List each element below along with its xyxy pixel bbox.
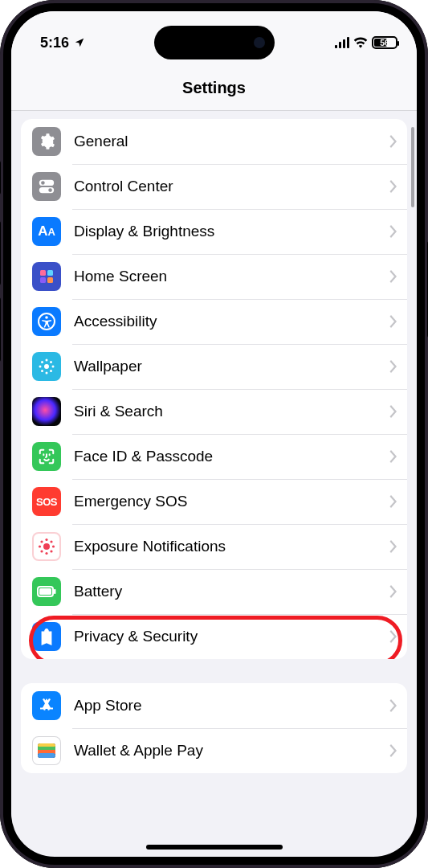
svg-point-12 [46, 372, 48, 375]
privacy-icon [32, 622, 61, 651]
svg-point-22 [39, 545, 41, 547]
gear-icon [32, 127, 61, 156]
settings-group-store: App Store Wallet & Apple Pay [21, 683, 407, 773]
svg-point-27 [50, 550, 52, 552]
chevron-right-icon [389, 270, 397, 283]
row-label: Siri & Search [61, 403, 389, 420]
row-label: Display & Brightness [61, 223, 389, 240]
row-wallpaper[interactable]: Wallpaper [21, 344, 407, 389]
row-siri[interactable]: Siri & Search [21, 389, 407, 434]
svg-point-26 [40, 550, 43, 552]
chevron-right-icon [389, 225, 397, 238]
row-label: Face ID & Passcode [61, 448, 389, 465]
row-label: Privacy & Security [61, 628, 389, 645]
svg-point-23 [52, 545, 55, 547]
phone-frame: 5:16 56 Settings [0, 0, 428, 868]
svg-rect-36 [38, 753, 55, 758]
control-center-icon [32, 172, 61, 201]
row-home-screen[interactable]: Home Screen [21, 254, 407, 299]
row-control-center[interactable]: Control Center [21, 164, 407, 209]
row-sos[interactable]: SOS Emergency SOS [21, 479, 407, 524]
svg-point-13 [39, 366, 42, 368]
svg-rect-6 [40, 277, 46, 283]
chevron-right-icon [389, 450, 397, 463]
chevron-right-icon [389, 630, 397, 643]
svg-point-17 [41, 370, 43, 372]
home-indicator[interactable] [146, 845, 283, 850]
row-exposure[interactable]: Exposure Notifications [21, 524, 407, 569]
row-appstore[interactable]: App Store [21, 683, 407, 728]
scroll-indicator[interactable] [411, 127, 415, 207]
battery-level: 56 [380, 38, 389, 47]
svg-point-9 [45, 316, 48, 319]
status-right: 56 [335, 36, 398, 49]
row-label: Accessibility [61, 313, 389, 330]
chevron-right-icon [389, 744, 397, 757]
display-icon: AA [32, 217, 61, 246]
volume-down-button [0, 297, 1, 362]
settings-group-main: General Control Center AA Display & Brig… [21, 119, 407, 659]
svg-point-20 [45, 538, 47, 541]
chevron-right-icon [389, 135, 397, 148]
row-label: App Store [61, 697, 389, 714]
svg-rect-7 [47, 277, 53, 283]
row-wallet[interactable]: Wallet & Apple Pay [21, 728, 407, 773]
chevron-right-icon [389, 495, 397, 508]
svg-rect-29 [39, 588, 51, 595]
svg-rect-30 [54, 589, 56, 594]
row-label: General [61, 133, 389, 150]
wallet-icon [32, 736, 61, 765]
svg-point-18 [50, 370, 52, 372]
chevron-right-icon [389, 180, 397, 193]
mute-switch [0, 161, 1, 194]
location-icon [74, 37, 85, 48]
svg-point-16 [50, 361, 52, 363]
sos-icon: SOS [32, 487, 61, 516]
row-label: Battery [61, 583, 389, 600]
row-label: Control Center [61, 178, 389, 195]
dynamic-island [154, 26, 275, 59]
wallpaper-icon [32, 352, 61, 381]
svg-point-15 [41, 361, 43, 363]
row-privacy[interactable]: Privacy & Security [21, 614, 407, 659]
chevron-right-icon [389, 405, 397, 418]
appstore-icon [32, 691, 61, 720]
svg-point-10 [44, 364, 49, 369]
row-battery[interactable]: Battery [21, 569, 407, 614]
row-label: Wallpaper [61, 358, 389, 375]
row-display[interactable]: AA Display & Brightness [21, 209, 407, 254]
volume-up-button [0, 221, 1, 285]
chevron-right-icon [389, 315, 397, 328]
status-left: 5:16 [31, 35, 85, 51]
row-accessibility[interactable]: Accessibility [21, 299, 407, 344]
screen: 5:16 56 Settings [11, 11, 417, 857]
svg-rect-5 [47, 270, 53, 276]
cellular-icon [335, 37, 350, 48]
svg-point-19 [43, 543, 50, 550]
accessibility-icon [32, 307, 61, 336]
svg-rect-4 [40, 270, 46, 276]
battery-icon: 56 [372, 36, 397, 49]
row-label: Emergency SOS [61, 493, 389, 510]
svg-point-24 [40, 540, 43, 542]
svg-point-25 [50, 540, 52, 542]
svg-point-11 [46, 359, 48, 362]
row-general[interactable]: General [21, 119, 407, 164]
chevron-right-icon [389, 699, 397, 712]
status-time: 5:16 [40, 35, 69, 51]
row-label: Exposure Notifications [61, 538, 389, 555]
home-screen-icon [32, 262, 61, 291]
wifi-icon [353, 37, 368, 48]
settings-list[interactable]: General Control Center AA Display & Brig… [11, 111, 417, 855]
battery-icon [32, 577, 61, 606]
page-title: Settings [11, 64, 417, 111]
chevron-right-icon [389, 360, 397, 373]
chevron-right-icon [389, 540, 397, 553]
svg-point-3 [48, 188, 52, 192]
svg-point-14 [52, 366, 55, 368]
svg-point-1 [41, 181, 45, 185]
row-faceid[interactable]: Face ID & Passcode [21, 434, 407, 479]
faceid-icon [32, 442, 61, 471]
svg-point-21 [45, 552, 47, 555]
row-label: Wallet & Apple Pay [61, 742, 389, 760]
